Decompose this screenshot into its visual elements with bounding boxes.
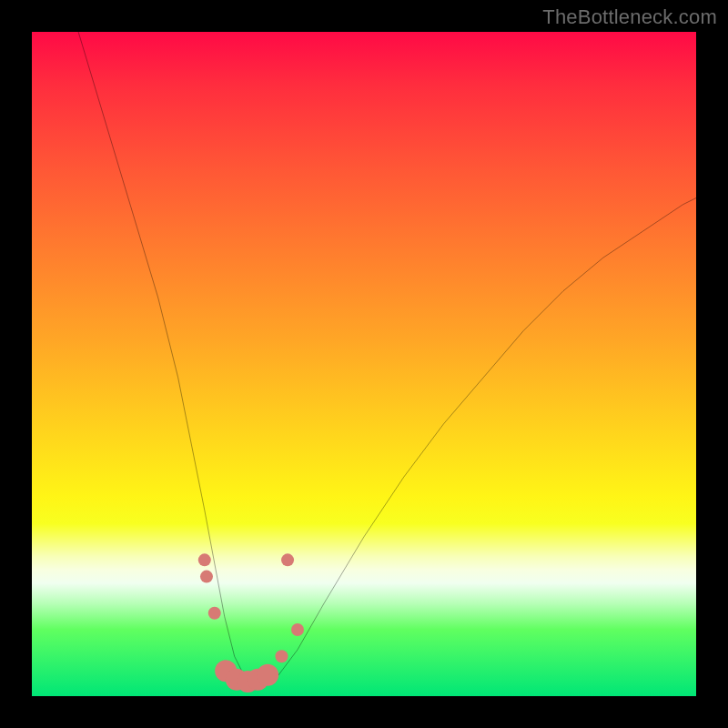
highlight-dot: [291, 623, 304, 636]
chart-frame: TheBottleneck.com: [0, 0, 728, 728]
curve-layer: [32, 32, 696, 696]
highlight-dot: [208, 607, 221, 620]
highlight-dot: [198, 553, 211, 566]
highlight-dot: [275, 650, 288, 662]
highlight-dots: [198, 553, 304, 693]
bottleneck-curve: [78, 32, 696, 682]
highlight-dot: [257, 664, 278, 686]
watermark-text: TheBottleneck.com: [542, 5, 717, 29]
highlight-dot: [200, 571, 213, 583]
highlight-dot: [281, 553, 294, 566]
plot-area: [32, 32, 696, 696]
